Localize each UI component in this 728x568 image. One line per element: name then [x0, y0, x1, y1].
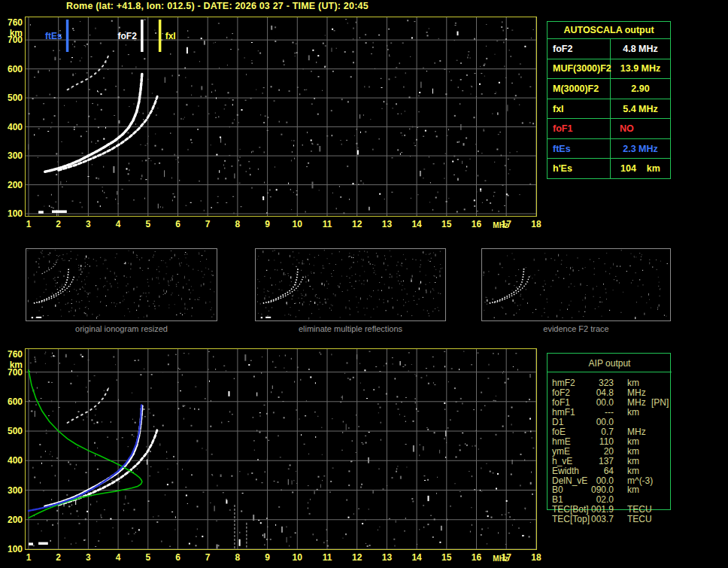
noise-dot	[511, 30, 513, 31]
noise-dot	[83, 419, 83, 421]
aip-row: h_vE137km	[548, 457, 672, 466]
freq-marker-label-ftEs: ftEs	[45, 31, 62, 41]
noise-dot	[444, 439, 445, 439]
noise-dot	[119, 27, 120, 29]
x-axis-label: 9	[265, 552, 270, 563]
noise-dot	[324, 67, 326, 68]
noise-dot	[366, 398, 368, 399]
noise-dot	[157, 472, 159, 472]
noise-dot	[297, 290, 298, 291]
noise-dot	[350, 269, 350, 269]
noise-dot	[271, 86, 272, 87]
noise-dot	[132, 434, 133, 436]
noise-dot	[664, 315, 665, 316]
noise-dot	[481, 93, 483, 95]
noise-dot	[583, 316, 584, 317]
es-layer-echo	[38, 211, 44, 214]
x-axis-label: 12	[352, 552, 362, 563]
noise-dot	[215, 90, 216, 91]
noise-dot	[248, 161, 250, 162]
noise-dot	[160, 206, 161, 208]
noise-dot	[305, 211, 306, 213]
noise-dot	[148, 501, 150, 502]
noise-dot	[72, 201, 74, 202]
noise-dot	[496, 41, 498, 41]
noise-dot	[53, 411, 53, 412]
noise-dot	[138, 360, 139, 361]
noise-dot	[181, 263, 182, 263]
noise-dot	[353, 257, 353, 258]
noise-dot	[89, 90, 90, 90]
noise-dot	[373, 491, 374, 494]
noise-dot	[420, 266, 420, 267]
noise-dot	[168, 284, 169, 284]
noise-dot	[325, 299, 326, 299]
noise-dot	[118, 203, 119, 204]
noise-dot	[424, 480, 426, 481]
noise-dot	[398, 409, 399, 409]
noise-dot	[68, 311, 69, 312]
noise-dot	[376, 253, 377, 254]
noise-dot	[290, 307, 291, 308]
noise-dot	[124, 263, 125, 264]
x-mode-trace-mini	[494, 276, 529, 302]
noise-dot	[373, 268, 374, 269]
noise-dot	[463, 351, 464, 352]
noise-dot	[44, 491, 44, 491]
noise-dot	[281, 527, 283, 533]
noise-dot	[141, 296, 142, 296]
noise-dot	[414, 145, 416, 146]
noise-dot	[321, 427, 322, 428]
noise-dot	[426, 71, 427, 71]
noise-dot	[96, 409, 97, 409]
noise-dot	[605, 271, 606, 272]
page-title: Rome (lat: +41.8, lon: 012.5) - DATE: 20…	[66, 1, 369, 11]
noise-dot	[137, 469, 138, 469]
noise-dot	[407, 293, 408, 294]
noise-dot	[68, 506, 70, 507]
noise-dot	[572, 317, 572, 318]
noise-dot	[77, 124, 77, 126]
noise-dot	[288, 314, 289, 314]
noise-dot	[386, 269, 387, 270]
noise-dot	[286, 122, 287, 123]
noise-dot	[490, 471, 491, 472]
noise-dot	[292, 299, 293, 299]
noise-dot	[448, 381, 449, 382]
noise-dot	[118, 399, 119, 401]
noise-dot	[290, 189, 291, 190]
noise-dot	[267, 193, 268, 193]
noise-dot	[267, 459, 268, 460]
noise-dot	[76, 259, 77, 260]
noise-dot	[413, 445, 414, 452]
noise-dot	[84, 312, 85, 313]
noise-dot	[267, 526, 268, 527]
noise-dot	[484, 310, 484, 311]
aip-table-header: AIP output	[548, 358, 672, 369]
noise-dot	[76, 101, 77, 102]
noise-dot	[420, 82, 421, 88]
noise-dot	[106, 305, 107, 306]
noise-dot	[203, 277, 204, 278]
noise-dot	[114, 279, 115, 280]
es-layer-echo-mini	[36, 317, 41, 318]
noise-dot	[411, 37, 413, 38]
noise-dot	[38, 157, 38, 158]
noise-dot	[35, 357, 35, 358]
noise-dot	[183, 119, 184, 120]
autoscala-row-value: 5.4 MHz	[611, 99, 670, 119]
noise-dot	[520, 454, 522, 455]
noise-dot	[228, 92, 229, 93]
noise-dot	[191, 425, 193, 427]
noise-dot	[55, 250, 56, 251]
noise-dot	[516, 281, 517, 282]
noise-dot	[166, 290, 167, 293]
noise-dot	[384, 366, 384, 366]
noise-dot	[367, 545, 369, 547]
noise-dot	[404, 416, 405, 417]
noise-dot	[299, 263, 299, 263]
noise-dot	[506, 38, 507, 40]
noise-dot	[405, 302, 406, 303]
noise-dot	[585, 297, 586, 299]
noise-dot	[140, 299, 141, 300]
